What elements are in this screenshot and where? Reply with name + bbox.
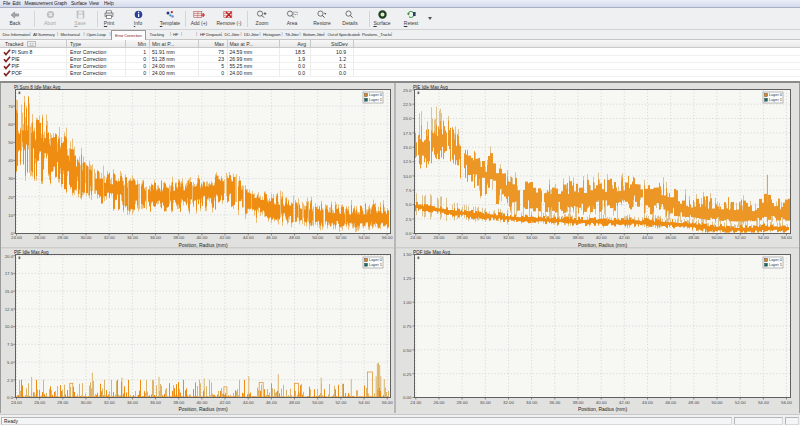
svg-text:10: 10	[8, 213, 13, 218]
svg-text:34.00: 34.00	[526, 235, 538, 240]
svg-text:24.00: 24.00	[410, 235, 422, 240]
svg-text:0.0: 0.0	[405, 231, 412, 236]
svg-text:48.00: 48.00	[688, 235, 700, 240]
svg-text:POF Idle Max Avg: POF Idle Max Avg	[413, 250, 450, 255]
svg-text:Layer 1: Layer 1	[769, 262, 782, 267]
svg-text:7.5: 7.5	[7, 342, 14, 347]
svg-text:15.0: 15.0	[403, 145, 412, 150]
svg-text:20: 20	[8, 195, 13, 200]
svg-text:5.0: 5.0	[7, 360, 14, 365]
svg-text:28.00: 28.00	[457, 235, 469, 240]
svg-text:10.0: 10.0	[403, 174, 412, 179]
svg-text:PIF Idle Max Avg: PIF Idle Max Avg	[14, 250, 49, 255]
svg-text:34.00: 34.00	[526, 400, 538, 405]
svg-text:Layer 1: Layer 1	[769, 97, 782, 102]
svg-text:12.5: 12.5	[403, 159, 412, 164]
svg-text:60: 60	[8, 122, 13, 127]
svg-text:54.00: 54.00	[758, 400, 770, 405]
svg-text:26.00: 26.00	[434, 235, 446, 240]
svg-text:38.00: 38.00	[573, 235, 585, 240]
svg-text:40.00: 40.00	[596, 400, 608, 405]
svg-text:28.00: 28.00	[57, 400, 69, 405]
svg-text:5.0: 5.0	[405, 202, 412, 207]
svg-text:34.00: 34.00	[127, 400, 139, 405]
svg-text:50.00: 50.00	[712, 235, 724, 240]
svg-text:52.00: 52.00	[735, 400, 747, 405]
svg-text:30.00: 30.00	[81, 235, 93, 240]
svg-text:44.00: 44.00	[642, 400, 654, 405]
svg-text:48.00: 48.00	[289, 400, 301, 405]
svg-text:54.00: 54.00	[758, 235, 770, 240]
svg-text:Position, Radius (mm): Position, Radius (mm)	[578, 406, 628, 412]
svg-text:24.00: 24.00	[11, 400, 23, 405]
svg-text:25.0: 25.0	[403, 88, 412, 93]
svg-text:42.00: 42.00	[220, 400, 232, 405]
svg-text:44.00: 44.00	[243, 235, 255, 240]
svg-text:50.00: 50.00	[312, 235, 324, 240]
svg-text:30: 30	[8, 176, 13, 181]
svg-text:48.00: 48.00	[289, 235, 301, 240]
svg-text:Layer 1: Layer 1	[369, 97, 382, 102]
svg-text:26.00: 26.00	[34, 235, 46, 240]
svg-text:46.00: 46.00	[266, 400, 278, 405]
svg-text:PIE Idle Max Avg: PIE Idle Max Avg	[413, 85, 448, 90]
svg-text:15.0: 15.0	[5, 289, 14, 294]
svg-text:24.00: 24.00	[410, 400, 422, 405]
svg-text:44.00: 44.00	[642, 235, 654, 240]
svg-text:56.00: 56.00	[781, 400, 793, 405]
svg-text:36.00: 36.00	[150, 400, 162, 405]
svg-text:1.00: 1.00	[403, 300, 412, 305]
svg-text:36.00: 36.00	[549, 400, 561, 405]
svg-text:36.00: 36.00	[549, 235, 561, 240]
svg-text:46.00: 46.00	[665, 400, 677, 405]
svg-text:54.00: 54.00	[359, 235, 371, 240]
svg-text:46.00: 46.00	[266, 235, 278, 240]
svg-text:32.00: 32.00	[104, 235, 116, 240]
svg-text:32.00: 32.00	[503, 235, 515, 240]
svg-text:42.00: 42.00	[619, 400, 631, 405]
svg-text:44.00: 44.00	[243, 400, 255, 405]
svg-text:52.00: 52.00	[335, 400, 347, 405]
svg-text:50.00: 50.00	[712, 400, 724, 405]
svg-text:56.00: 56.00	[382, 400, 394, 405]
svg-text:1.50: 1.50	[403, 252, 412, 257]
svg-text:1.25: 1.25	[403, 276, 412, 281]
svg-text:12.5: 12.5	[5, 307, 14, 312]
svg-text:0.25: 0.25	[403, 372, 412, 377]
svg-text:30.00: 30.00	[81, 400, 93, 405]
svg-text:24.00: 24.00	[11, 235, 23, 240]
svg-text:10.0: 10.0	[5, 324, 14, 329]
svg-text:40.00: 40.00	[196, 235, 208, 240]
svg-text:28.00: 28.00	[57, 235, 69, 240]
svg-text:2.5: 2.5	[405, 217, 412, 222]
svg-text:56.00: 56.00	[382, 235, 394, 240]
svg-text:40: 40	[8, 158, 13, 163]
svg-text:Position, Radius (mm): Position, Radius (mm)	[178, 242, 228, 248]
svg-text:42.00: 42.00	[619, 235, 631, 240]
svg-text:32.00: 32.00	[503, 400, 515, 405]
svg-text:26.00: 26.00	[34, 400, 46, 405]
svg-text:38.00: 38.00	[573, 400, 585, 405]
svg-text:50.00: 50.00	[312, 400, 324, 405]
svg-text:38.00: 38.00	[173, 235, 185, 240]
svg-text:46.00: 46.00	[665, 235, 677, 240]
svg-text:26.00: 26.00	[434, 400, 446, 405]
svg-text:0.0: 0.0	[7, 395, 14, 400]
svg-text:50: 50	[8, 140, 13, 145]
svg-text:0.00: 0.00	[403, 395, 412, 400]
svg-text:22.5: 22.5	[403, 102, 412, 107]
svg-text:40.00: 40.00	[196, 400, 208, 405]
svg-text:42.00: 42.00	[220, 235, 232, 240]
svg-text:17.5: 17.5	[5, 271, 14, 276]
svg-text:32.00: 32.00	[104, 400, 116, 405]
svg-text:0.50: 0.50	[403, 348, 412, 353]
svg-text:Layer 1: Layer 1	[369, 262, 382, 267]
svg-text:Position, Radius (mm): Position, Radius (mm)	[178, 406, 228, 412]
svg-text:30.00: 30.00	[480, 400, 492, 405]
svg-text:52.00: 52.00	[735, 235, 747, 240]
svg-text:52.00: 52.00	[335, 235, 347, 240]
svg-text:2.5: 2.5	[7, 378, 14, 383]
svg-text:Position, Radius (mm): Position, Radius (mm)	[578, 242, 628, 248]
svg-text:0.75: 0.75	[403, 324, 412, 329]
svg-text:56.00: 56.00	[781, 235, 793, 240]
